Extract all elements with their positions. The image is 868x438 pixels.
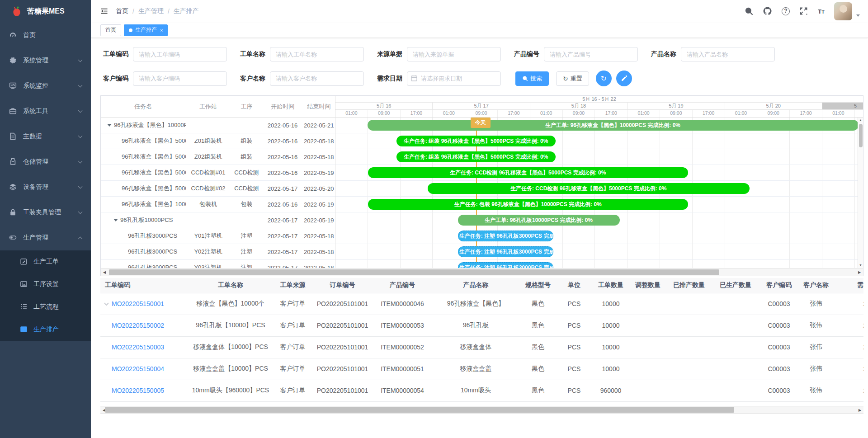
- user-menu-caret-icon[interactable]: [856, 14, 860, 17]
- breadcrumb-separator: /: [168, 8, 170, 15]
- table-horizontal-scrollbar[interactable]: ◀ ▶: [100, 406, 863, 414]
- sidebar-item-production[interactable]: 生产管理: [0, 225, 91, 250]
- sidebar-item-system-admin[interactable]: 系统管理: [0, 48, 91, 73]
- scroll-up-icon[interactable]: ▲: [858, 118, 863, 123]
- scroll-right-icon[interactable]: ▶: [856, 269, 863, 276]
- cell-order-no: PO202205101001: [310, 380, 375, 401]
- gantt-task-row[interactable]: 96孔孔板3000PCSY01注塑机注塑2022-05-172022-05-18: [101, 228, 335, 244]
- gantt-task-row[interactable]: 96孔孔板10000PCS2022-05-172022-05-19: [101, 212, 335, 228]
- cell-product: 96孔孔板: [429, 315, 522, 336]
- breadcrumb-item[interactable]: 首页: [116, 7, 128, 15]
- cell-source: 客户订单: [276, 358, 310, 380]
- gantt-bar[interactable]: 生产任务: 注塑 96孔孔板3000PCS 完成比例: 0%: [458, 231, 553, 241]
- avatar[interactable]: [834, 2, 852, 20]
- task-process: 注塑: [231, 248, 262, 256]
- sidebar-item-home[interactable]: 首页: [0, 23, 91, 48]
- gantt-task-row[interactable]: 96孔移液盒【黑色】5000PCSZ01组装机组装2022-05-162022-…: [101, 133, 335, 149]
- scroll-left-icon[interactable]: ◀: [101, 269, 108, 276]
- tree-collapse-icon[interactable]: [113, 219, 118, 221]
- help-icon[interactable]: ?: [782, 7, 790, 15]
- task-start-date: 2022-05-16: [262, 201, 303, 208]
- gantt-bar[interactable]: 生产任务: 组装 96孔移液盒【黑色】5000PCS 完成比例: 0%: [396, 151, 556, 162]
- filter-input-工单编码[interactable]: [133, 47, 227, 61]
- gantt-bar[interactable]: 生产任务: 注塑 96孔孔板3000PCS 完成比例: 0%: [458, 246, 553, 257]
- sidebar-subitem-work-order[interactable]: 生产工单: [0, 250, 91, 273]
- gantt-hour-label: 01:00: [627, 110, 660, 117]
- gantt-bar[interactable]: 生产工单: 96孔移液盒【黑色】10000PCS 完成比例: 0%: [368, 120, 858, 131]
- scroll-right-icon[interactable]: ▶: [856, 407, 863, 414]
- filter-input-客户编码[interactable]: [133, 71, 227, 86]
- edit-schedule-button[interactable]: [616, 71, 632, 86]
- close-icon[interactable]: ×: [160, 28, 163, 33]
- gantt-task-row[interactable]: 96孔孔板3000PCSY02注塑机注塑2022-05-172022-05-18: [101, 244, 335, 260]
- work-order-link[interactable]: MO202205150001: [112, 300, 164, 307]
- gantt-task-row[interactable]: 96孔移液盒【黑色】5000PCSCCD检测#02CCD检测2022-05-17…: [101, 181, 335, 197]
- sidebar-item-master-data[interactable]: 主数据: [0, 124, 91, 149]
- search-icon[interactable]: [745, 7, 754, 16]
- font-size-icon[interactable]: тT: [818, 7, 825, 16]
- gantt-bar[interactable]: 生产任务: 组装 96孔移液盒【黑色】5000PCS 完成比例: 0%: [396, 136, 556, 146]
- filter-input-产品编号[interactable]: [544, 47, 638, 61]
- sidebar-fold-icon[interactable]: [100, 8, 108, 15]
- work-order-link[interactable]: MO202205150004: [112, 365, 164, 372]
- vertical-scroll-thumb[interactable]: [859, 124, 863, 147]
- work-order-link[interactable]: MO202205150003: [112, 344, 164, 351]
- tab-生产排产[interactable]: 生产排产×: [124, 24, 168, 36]
- reset-button[interactable]: ↻重置: [556, 71, 589, 86]
- filter-input-客户名称[interactable]: [270, 71, 364, 86]
- scroll-down-icon[interactable]: ▼: [858, 263, 863, 268]
- work-order-link[interactable]: MO202205150005: [112, 387, 164, 394]
- gantt-horizontal-scrollbar[interactable]: ◀ ▶: [101, 268, 863, 276]
- gantt-bar[interactable]: 生产任务: CCD检测 96孔移液盒【黑色】5000PCS 完成比例: 0%: [368, 167, 688, 178]
- filter-input-产品名称[interactable]: [681, 47, 775, 61]
- gantt-hour-label: 17:00: [498, 110, 530, 117]
- gantt-bar[interactable]: 生产任务: CCD检测 96孔移液盒【黑色】5000PCS 完成比例: 0%: [428, 183, 750, 194]
- fullscreen-icon[interactable]: [799, 7, 808, 16]
- filter-label: 需求日期: [377, 75, 402, 83]
- sidebar-item-fixture[interactable]: 工装夹具管理: [0, 200, 91, 225]
- task-process: CCD检测: [231, 169, 262, 177]
- row-expand-icon[interactable]: [104, 301, 109, 306]
- sidebar-subitem-label: 生产排产: [33, 325, 59, 334]
- sidebar-item-system-tools[interactable]: 系统工具: [0, 99, 91, 124]
- gantt-task-row[interactable]: 96孔孔板3000PCSY03注塑机注塑2022-05-172022-05-18: [101, 260, 335, 268]
- horizontal-scroll-thumb[interactable]: [109, 269, 719, 275]
- horizontal-scroll-thumb[interactable]: [105, 407, 734, 413]
- cell-scheduled-qty: [669, 358, 709, 380]
- sidebar-item-equipment[interactable]: 设备管理: [0, 174, 91, 200]
- gantt-bar[interactable]: 生产工单: 96孔孔板10000PCS 完成比例: 0%: [458, 215, 620, 226]
- cell-demand-date: 2022: [836, 380, 863, 401]
- filter-input-需求日期[interactable]: [407, 71, 501, 86]
- gantt-hour-label: 17:00: [595, 110, 627, 117]
- sidebar-subitem-process-flow[interactable]: 工艺流程: [0, 296, 91, 318]
- tree-collapse-icon[interactable]: [107, 124, 112, 127]
- gantt-task-row[interactable]: 96孔移液盒【黑色】10000PCS2022-05-162022-05-21: [101, 118, 335, 133]
- tab-首页[interactable]: 首页: [100, 24, 121, 36]
- gantt-hour-label: 09:00: [660, 110, 693, 117]
- gantt-bar[interactable]: 生产任务: 包装 96孔移液盒【黑色】10000PCS 完成比例: 0%: [368, 199, 688, 210]
- sidebar-item-label: 生产管理: [23, 234, 48, 242]
- sidebar-subitem-scheduling[interactable]: 生产排产: [0, 318, 91, 341]
- gantt-task-row[interactable]: 96孔移液盒【黑色】5000PCSCCD检测#01CCD检测2022-05-16…: [101, 165, 335, 181]
- sidebar-subitem-process-setting[interactable]: 工序设置: [0, 273, 91, 296]
- ordered-list-icon: [20, 303, 28, 311]
- cell-customer-code: C00003: [762, 380, 796, 401]
- gantt-vertical-scrollbar[interactable]: ▲ ▼: [858, 118, 863, 268]
- gantt-bar[interactable]: 生产任务: 注塑 96孔孔板3000PCS 完成比例: 0%: [458, 262, 553, 268]
- cell-qty: 10000: [594, 293, 627, 315]
- refresh-button[interactable]: ↻: [596, 71, 612, 86]
- sidebar-item-warehouse[interactable]: 仓储管理: [0, 149, 91, 174]
- github-icon[interactable]: [763, 7, 772, 16]
- filter-input-工单名称[interactable]: [270, 47, 364, 61]
- gantt-column-header: 结束时间: [303, 103, 335, 111]
- gantt-task-row[interactable]: 96孔移液盒【黑色】5000PCSZ02组装机组装2022-05-162022-…: [101, 149, 335, 165]
- filter-input-来源单据[interactable]: [407, 47, 501, 61]
- search-button[interactable]: 搜索: [515, 71, 549, 86]
- sidebar-item-label: 仓储管理: [23, 158, 48, 166]
- gantt-task-row[interactable]: 96孔移液盒【黑色】10000PCS包装机包装2022-05-162022-05…: [101, 197, 335, 212]
- filter-label: 产品编号: [514, 50, 539, 58]
- work-order-link[interactable]: MO202205150002: [112, 322, 164, 329]
- table-column-header: 订单编号: [310, 278, 375, 293]
- sidebar-subitem-label: 工艺流程: [33, 303, 59, 311]
- sidebar-item-system-monitor[interactable]: 系统监控: [0, 73, 91, 99]
